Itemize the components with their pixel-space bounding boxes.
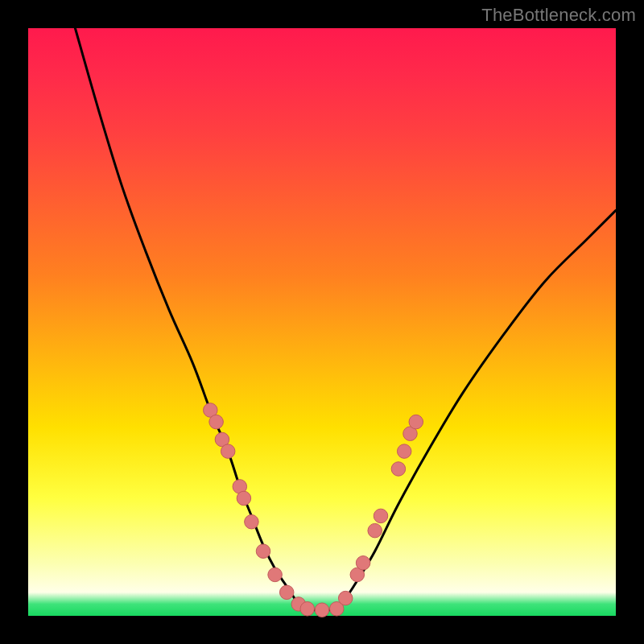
marker-point xyxy=(245,514,259,529)
marker-point xyxy=(237,491,251,506)
marker-point xyxy=(409,415,423,429)
series-layer xyxy=(75,28,616,610)
marker-point xyxy=(356,556,370,571)
marker-point xyxy=(268,568,283,582)
marker-point xyxy=(397,444,411,459)
marker-point xyxy=(315,603,329,617)
marker-point xyxy=(209,415,224,429)
chart-frame: TheBottleneck.com xyxy=(0,0,644,644)
marker-point xyxy=(391,462,406,477)
series-right-curve xyxy=(334,210,616,609)
marker-point xyxy=(256,544,270,559)
marker-layer xyxy=(204,403,423,617)
marker-point xyxy=(279,585,294,600)
marker-point xyxy=(338,591,353,605)
plot-area xyxy=(28,28,616,616)
watermark-text: TheBottleneck.com xyxy=(481,5,636,26)
marker-point xyxy=(374,509,388,523)
series-left-curve xyxy=(75,28,304,610)
marker-point xyxy=(300,601,315,616)
marker-point xyxy=(368,523,382,538)
marker-point xyxy=(221,444,235,459)
chart-svg xyxy=(28,28,616,616)
